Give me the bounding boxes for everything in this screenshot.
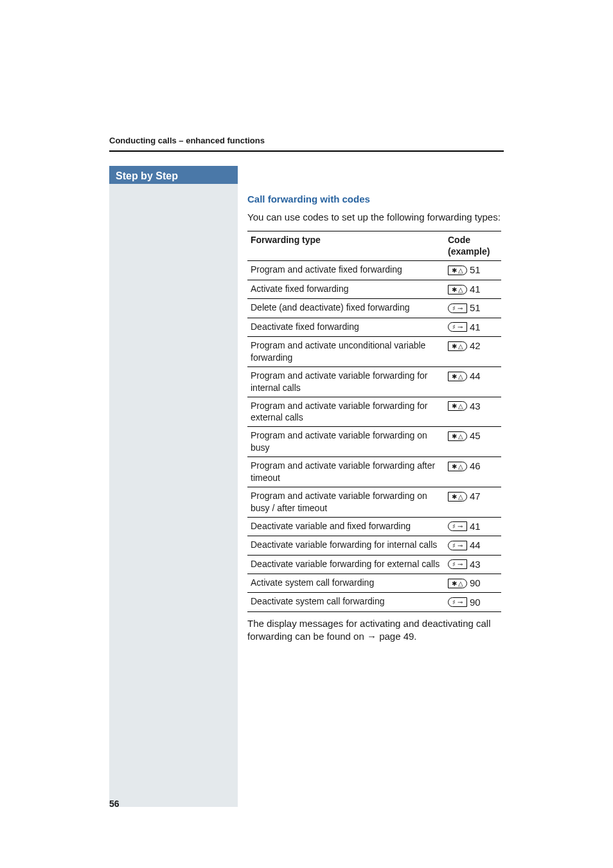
- hash-key-icon: ♯ ⊸: [448, 597, 467, 607]
- cell-code: ✱ △46: [445, 457, 501, 487]
- code-number: 41: [470, 321, 481, 334]
- star-key-icon: ✱ △: [448, 462, 467, 471]
- table-row: Program and activate variable forwarding…: [247, 397, 501, 427]
- cell-code: ✱ △41: [445, 280, 501, 298]
- cell-forwarding-type: Deactivate variable forwarding for exter…: [247, 555, 445, 574]
- cell-code: ✱ △51: [445, 261, 501, 280]
- cell-forwarding-type: Program and activate variable forwarding…: [247, 457, 445, 487]
- star-key-icon: ✱ △: [448, 579, 467, 588]
- table-row: Program and activate variable forwarding…: [247, 427, 501, 457]
- table-row: Deactivate variable forwarding for exter…: [247, 555, 501, 574]
- codes-table: Forwarding type Code (example) Program a…: [247, 231, 501, 612]
- content-area: Call forwarding with codes You can use c…: [247, 186, 501, 649]
- cell-forwarding-type: Program and activate variable forwarding…: [247, 397, 445, 427]
- code-number: 47: [470, 490, 481, 503]
- cell-forwarding-type: Deactivate fixed forwarding: [247, 318, 445, 336]
- code-number: 41: [470, 520, 481, 533]
- intro-paragraph: You can use codes to set up the followin…: [247, 211, 501, 224]
- code-number: 51: [470, 264, 481, 276]
- code-number: 43: [470, 558, 481, 571]
- sidebar-trail: [109, 184, 238, 807]
- th-forwarding-type: Forwarding type: [247, 231, 445, 261]
- star-key-icon: ✱ △: [448, 372, 467, 381]
- code-number: 41: [470, 283, 481, 296]
- table-row: Program and activate fixed forwarding✱ △…: [247, 261, 501, 280]
- cell-code: ✱ △42: [445, 336, 501, 366]
- table-row: Deactivate system call forwarding♯ ⊸90: [247, 593, 501, 611]
- hash-key-icon: ♯ ⊸: [448, 303, 467, 313]
- cell-forwarding-type: Deactivate variable forwarding for inter…: [247, 536, 445, 555]
- code-number: 51: [470, 302, 481, 314]
- cell-forwarding-type: Deactivate system call forwarding: [247, 593, 445, 611]
- cell-forwarding-type: Deactivate variable and fixed forwarding: [247, 517, 445, 536]
- code-number: 45: [470, 429, 481, 442]
- cell-code: ✱ △90: [445, 574, 501, 592]
- code-number: 90: [470, 596, 481, 609]
- table-row: Activate system call forwarding✱ △90: [247, 574, 501, 592]
- cell-code: ♯ ⊸90: [445, 593, 501, 611]
- table-row: Deactivate fixed forwarding♯ ⊸41: [247, 318, 501, 336]
- sub-heading: Call forwarding with codes: [247, 193, 501, 206]
- hash-key-icon: ♯ ⊸: [448, 521, 467, 531]
- cell-code: ✱ △45: [445, 427, 501, 457]
- cell-forwarding-type: Program and activate variable forwarding…: [247, 487, 445, 517]
- cell-code: ♯ ⊸51: [445, 299, 501, 318]
- cell-code: ♯ ⊸44: [445, 536, 501, 555]
- cell-code: ✱ △44: [445, 366, 501, 397]
- hash-key-icon: ♯ ⊸: [448, 322, 467, 332]
- star-key-icon: ✱ △: [448, 285, 467, 294]
- star-key-icon: ✱ △: [448, 492, 467, 502]
- star-key-icon: ✱ △: [448, 266, 467, 275]
- table-row: Activate fixed forwarding✱ △41: [247, 280, 501, 298]
- cell-forwarding-type: Program and activate fixed forwarding: [247, 261, 445, 280]
- table-row: Program and activate variable forwarding…: [247, 366, 501, 397]
- cell-code: ♯ ⊸41: [445, 318, 501, 336]
- cell-code: ✱ △43: [445, 397, 501, 427]
- hash-key-icon: ♯ ⊸: [448, 559, 467, 569]
- table-row: Program and activate variable forwarding…: [247, 487, 501, 517]
- th-code: Code (example): [445, 231, 501, 261]
- cell-code: ✱ △47: [445, 487, 501, 517]
- table-row: Delete (and deactivate) fixed forwarding…: [247, 299, 501, 318]
- running-head: Conducting calls – enhanced functions: [109, 135, 504, 152]
- page-number: 56: [109, 798, 120, 810]
- table-row: Program and activate variable forwarding…: [247, 457, 501, 487]
- outro-text-b: page 49.: [377, 631, 417, 642]
- table-row: Deactivate variable and fixed forwarding…: [247, 517, 501, 536]
- cell-forwarding-type: Program and activate variable forwarding…: [247, 366, 445, 397]
- star-key-icon: ✱ △: [448, 341, 467, 351]
- code-number: 46: [470, 460, 481, 473]
- cell-code: ♯ ⊸41: [445, 517, 501, 536]
- table-header-row: Forwarding type Code (example): [247, 231, 501, 261]
- table-row: Deactivate variable forwarding for inter…: [247, 536, 501, 555]
- cell-code: ♯ ⊸43: [445, 555, 501, 574]
- page: Conducting calls – enhanced functions St…: [0, 0, 613, 868]
- code-number: 43: [470, 400, 481, 413]
- star-key-icon: ✱ △: [448, 401, 467, 411]
- hash-key-icon: ♯ ⊸: [448, 541, 467, 550]
- cell-forwarding-type: Program and activate unconditional varia…: [247, 336, 445, 366]
- star-key-icon: ✱ △: [448, 431, 467, 441]
- code-number: 90: [470, 577, 481, 590]
- code-number: 44: [470, 370, 481, 383]
- cell-forwarding-type: Program and activate variable forwarding…: [247, 427, 445, 457]
- arrow-icon: →: [367, 631, 377, 642]
- table-row: Program and activate unconditional varia…: [247, 336, 501, 366]
- code-number: 44: [470, 539, 481, 552]
- cell-forwarding-type: Activate system call forwarding: [247, 574, 445, 592]
- outro-paragraph: The display messages for activating and …: [247, 617, 501, 644]
- cell-forwarding-type: Activate fixed forwarding: [247, 280, 445, 298]
- code-number: 42: [470, 339, 481, 352]
- cell-forwarding-type: Delete (and deactivate) fixed forwarding: [247, 299, 445, 318]
